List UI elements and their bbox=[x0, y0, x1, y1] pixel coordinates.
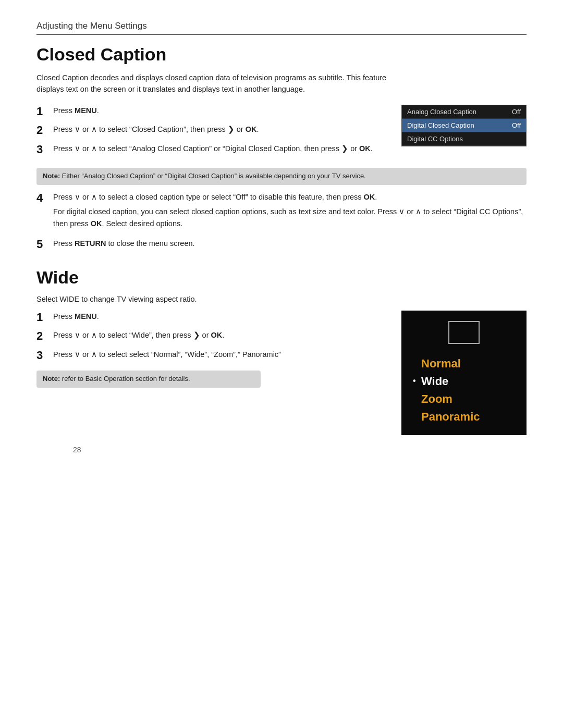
wide-content: 1 Press MENU. 2 Press ∨ or ∧ to select “… bbox=[36, 311, 527, 435]
wide-tv-panel: Normal Wide Zoom Panoramic bbox=[401, 311, 527, 435]
wide-step-number-3: 3 bbox=[36, 349, 48, 362]
tv-screen-box bbox=[448, 321, 480, 344]
wide-step-2-content: Press ∨ or ∧ to select “Wide”, then pres… bbox=[53, 329, 386, 341]
wide-title: Wide bbox=[36, 267, 527, 288]
cc-menu-panel: Analog Closed Caption Off Digital Closed… bbox=[401, 105, 527, 146]
step-number-4: 4 bbox=[36, 191, 48, 205]
ok-key-2: OK bbox=[246, 125, 257, 133]
cc-steps-left: 1 Press MENU. 2 Press ∨ or ∧ to select “… bbox=[36, 105, 386, 162]
closed-caption-section: Closed Caption Closed Caption decodes an… bbox=[36, 44, 527, 252]
digital-cc-value: Off bbox=[512, 121, 521, 129]
wide-step-2: 2 Press ∨ or ∧ to select “Wide”, then pr… bbox=[36, 329, 386, 343]
analog-cc-label: Analog Closed Caption bbox=[407, 108, 476, 116]
wide-step-3: 3 Press ∨ or ∧ to select select “Normal”… bbox=[36, 349, 386, 362]
chevron-down-icon: ∨ bbox=[75, 125, 80, 133]
step-number-1: 1 bbox=[36, 105, 48, 118]
step-number-3: 3 bbox=[36, 143, 48, 156]
tv-menu-normal: Normal bbox=[411, 355, 517, 373]
wide-step-number-2: 2 bbox=[36, 329, 48, 343]
wide-intro: Select WIDE to change TV viewing aspect … bbox=[36, 295, 527, 303]
wide-note-label: Note: bbox=[43, 375, 60, 382]
wide-note-box: Note: refer to Basic Operation section f… bbox=[36, 371, 261, 388]
wide-step-3-content: Press ∨ or ∧ to select select “Normal”, … bbox=[53, 349, 386, 360]
step-number-2: 2 bbox=[36, 124, 48, 137]
wide-ok-key-2: OK bbox=[211, 331, 223, 339]
wide-section: Wide Select WIDE to change TV viewing as… bbox=[36, 267, 527, 435]
wide-chevron-right-2: ❯ bbox=[193, 331, 200, 339]
menu-key-1: MENU bbox=[75, 106, 97, 115]
wide-menu-key: MENU bbox=[75, 312, 97, 320]
step-number-5: 5 bbox=[36, 238, 48, 251]
wide-chevron-down-3: ∨ bbox=[75, 350, 80, 359]
chevron-right-icon: ❯ bbox=[228, 125, 235, 133]
cc-note-label: Note: bbox=[43, 172, 60, 180]
chevron-right-icon-3: ❯ bbox=[341, 144, 348, 153]
menu-row-analog: Analog Closed Caption Off bbox=[402, 105, 526, 119]
cc-menu-panel-box: Analog Closed Caption Off Digital Closed… bbox=[401, 105, 527, 146]
closed-caption-intro: Closed Caption decodes and displays clos… bbox=[36, 72, 391, 95]
menu-row-digital: Digital Closed Caption Off bbox=[402, 119, 526, 132]
wide-step-1: 1 Press MENU. bbox=[36, 311, 386, 324]
cc-step-4-content: Press ∨ or ∧ to select a closed caption … bbox=[53, 191, 527, 232]
cc-step-2-content: Press ∨ or ∧ to select “Closed Caption”,… bbox=[53, 124, 386, 135]
chevron-down-icon-3: ∨ bbox=[75, 144, 80, 153]
cc-step-2: 2 Press ∨ or ∧ to select “Closed Caption… bbox=[36, 124, 386, 137]
tv-menu-zoom: Zoom bbox=[411, 390, 517, 408]
wide-chevron-up-2: ∧ bbox=[91, 331, 97, 339]
wide-chevron-up-3: ∧ bbox=[91, 350, 97, 359]
return-key: RETURN bbox=[75, 239, 106, 248]
wide-step-1-content: Press MENU. bbox=[53, 311, 386, 322]
tv-menu-items: Normal Wide Zoom Panoramic bbox=[411, 355, 517, 426]
digital-cc-label: Digital Closed Caption bbox=[407, 121, 474, 129]
wide-step-number-1: 1 bbox=[36, 311, 48, 324]
analog-cc-value: Off bbox=[512, 108, 521, 116]
tv-panel-box: Normal Wide Zoom Panoramic bbox=[401, 311, 527, 435]
menu-row-digital-options: Digital CC Options bbox=[402, 132, 526, 146]
cc-step-3-content: Press ∨ or ∧ to select “Analog Closed Ca… bbox=[53, 143, 386, 154]
ok-key-4: OK bbox=[364, 193, 375, 201]
subtitle-heading: Adjusting the Menu Settings bbox=[36, 21, 527, 35]
tv-menu-panoramic: Panoramic bbox=[411, 408, 517, 426]
page-number: 28 bbox=[73, 446, 563, 454]
chevron-up-icon: ∧ bbox=[91, 125, 97, 133]
tv-screen-icon bbox=[411, 321, 517, 346]
cc-note-box: Note: Either “Analog Closed Caption” or … bbox=[36, 168, 527, 185]
cc-step-5: 5 Press RETURN to close the menu screen. bbox=[36, 238, 527, 251]
cc-note-text: Either “Analog Closed Caption” or “Digit… bbox=[60, 172, 366, 180]
cc-step-4-sub: For digital closed caption, you can sele… bbox=[53, 206, 527, 229]
cc-step-1-content: Press MENU. bbox=[53, 105, 386, 116]
wide-note-text: refer to Basic Operation section for det… bbox=[60, 375, 190, 382]
ok-key-3: OK bbox=[359, 144, 371, 153]
chevron-down-icon-4: ∨ bbox=[75, 193, 80, 201]
cc-step-4-main: Press ∨ or ∧ to select a closed caption … bbox=[53, 191, 527, 203]
cc-step-3: 3 Press ∨ or ∧ to select “Analog Closed … bbox=[36, 143, 386, 156]
cc-step-4: 4 Press ∨ or ∧ to select a closed captio… bbox=[36, 191, 527, 232]
cc-step-1: 1 Press MENU. bbox=[36, 105, 386, 118]
wide-steps-left: 1 Press MENU. 2 Press ∨ or ∧ to select “… bbox=[36, 311, 386, 394]
chevron-down-icon-4b: ∨ bbox=[399, 207, 405, 216]
tv-menu-wide: Wide bbox=[411, 373, 517, 390]
cc-step-5-content: Press RETURN to close the menu screen. bbox=[53, 238, 527, 249]
chevron-up-icon-3: ∧ bbox=[91, 144, 97, 153]
cc-steps-container: 1 Press MENU. 2 Press ∨ or ∧ to select “… bbox=[36, 105, 527, 162]
wide-chevron-down-2: ∨ bbox=[75, 331, 80, 339]
ok-key-4b: OK bbox=[91, 219, 102, 228]
chevron-up-icon-4: ∧ bbox=[91, 193, 97, 201]
closed-caption-title: Closed Caption bbox=[36, 44, 527, 65]
digital-cc-options-label: Digital CC Options bbox=[407, 135, 463, 143]
chevron-up-icon-4b: ∧ bbox=[415, 207, 421, 216]
